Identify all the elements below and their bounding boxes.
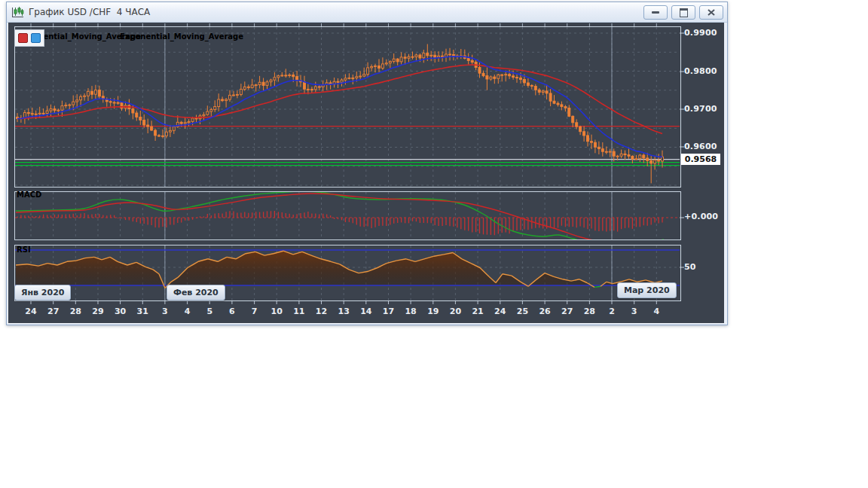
window-controls — [643, 5, 723, 20]
rsi-pane-layer — [15, 250, 680, 288]
close-icon — [708, 9, 715, 16]
macd-histogram — [17, 211, 662, 235]
restore-icon — [680, 8, 688, 17]
chart-canvas[interactable] — [8, 23, 724, 323]
close-button[interactable] — [699, 5, 723, 20]
candlestick-chart-icon — [11, 7, 24, 18]
macd-signal-line — [16, 194, 664, 254]
macd-line — [16, 191, 664, 248]
minimize-icon — [652, 11, 659, 14]
chart-area: Exponential_Moving_Average Exponential_M… — [8, 23, 724, 323]
chart-window: График USD /CHF 4 ЧАСА Ex — [6, 2, 728, 325]
window-titlebar[interactable]: График USD /CHF 4 ЧАСА — [7, 2, 727, 23]
rsi-fill — [16, 251, 662, 288]
restore-button[interactable] — [671, 5, 695, 20]
minimize-button[interactable] — [643, 5, 668, 20]
macd-pane-layer — [15, 191, 680, 254]
window-title: График USD /CHF 4 ЧАСА — [29, 7, 150, 17]
price-pane-layer — [15, 44, 680, 184]
